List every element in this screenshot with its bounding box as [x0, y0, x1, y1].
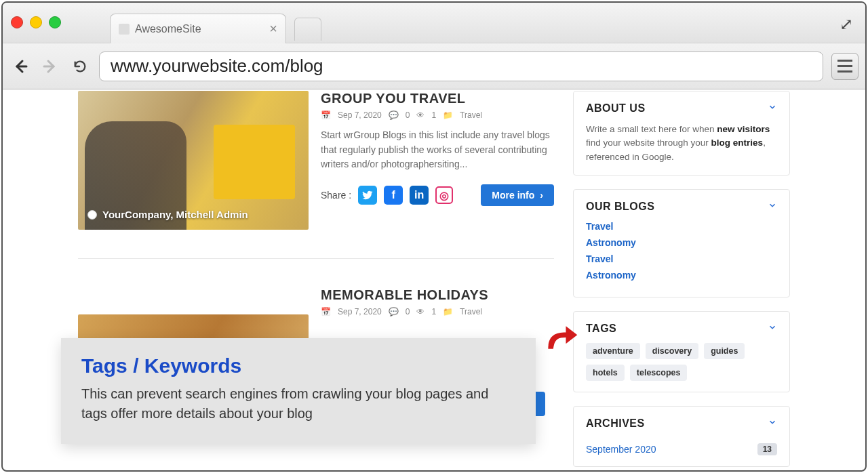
post-title[interactable]: GROUP YOU TRAVEL: [321, 91, 554, 106]
collapse-toggle[interactable]: [768, 417, 777, 430]
tag[interactable]: guides: [704, 343, 745, 359]
archive-count-badge: 13: [757, 443, 777, 455]
more-info-button[interactable]: More info ›: [481, 184, 554, 206]
annotation-arrow-icon: [542, 323, 580, 352]
favicon: [119, 24, 130, 35]
back-button[interactable]: [9, 56, 31, 77]
collapse-toggle[interactable]: [768, 201, 777, 213]
views-icon: 👁: [416, 307, 425, 316]
archive-row: September 2020 13: [586, 438, 777, 455]
archives-widget: ARCHIVES September 2020 13: [573, 406, 790, 467]
close-window-button[interactable]: [11, 16, 23, 28]
browser-tab[interactable]: AwesomeSite ×: [110, 14, 286, 43]
browser-tab-strip: AwesomeSite × ⤢: [3, 3, 865, 43]
twitter-share-button[interactable]: [358, 186, 377, 205]
post-meta: 📅 Sep 7, 2020 💬 0 👁 1 📁 Travel: [321, 110, 554, 120]
browser-frame: AwesomeSite × ⤢ www.yourwebsite.com/blog: [1, 1, 867, 472]
comment-icon: 💬: [389, 307, 399, 316]
blog-sidebar: ABOUT US Write a small text here for whe…: [573, 91, 790, 469]
post-category[interactable]: Travel: [460, 307, 482, 316]
share-row: Share : f in ◎ More info ›: [321, 184, 554, 206]
post-views: 1: [431, 110, 436, 120]
comment-icon: 💬: [389, 110, 399, 120]
blog-link[interactable]: Astronomy: [586, 237, 777, 248]
folder-icon: 📁: [443, 110, 453, 120]
close-tab-button[interactable]: ×: [269, 21, 277, 37]
more-info-label: More info: [492, 190, 534, 201]
chevron-down-icon: [768, 417, 777, 427]
archive-link[interactable]: September 2020: [586, 444, 656, 455]
tag[interactable]: telescopes: [630, 365, 688, 381]
window-controls: [11, 16, 61, 28]
url-text: www.yourwebsite.com/blog: [111, 56, 323, 77]
arrow-right-icon: [42, 58, 58, 75]
about-text: Write a small text here for when new vis…: [586, 123, 777, 164]
post-category[interactable]: Travel: [460, 110, 482, 120]
maximize-window-button[interactable]: [49, 16, 61, 28]
post-cover-image[interactable]: YourCompany, Mitchell Admin: [78, 91, 309, 230]
new-tab-button[interactable]: [294, 18, 321, 41]
reload-button[interactable]: [69, 56, 91, 77]
tag[interactable]: adventure: [586, 343, 640, 359]
callout-title: Tags / Keywords: [81, 354, 515, 377]
browser-menu-button[interactable]: [831, 53, 859, 80]
calendar-icon: 📅: [321, 110, 331, 120]
fullscreen-icon[interactable]: ⤢: [840, 15, 853, 34]
chevron-right-icon: ›: [540, 190, 543, 201]
share-label: Share :: [321, 190, 351, 201]
tags-widget: TAGS adventure discovery guides hotels t…: [573, 311, 790, 392]
more-info-button-peek[interactable]: [534, 392, 545, 416]
tag[interactable]: discovery: [646, 343, 698, 359]
forward-button[interactable]: [39, 56, 61, 77]
post-author-overlay: YourCompany, Mitchell Admin: [87, 209, 248, 220]
post-author-text: YourCompany, Mitchell Admin: [102, 209, 248, 220]
our-blogs-widget: OUR BLOGS Travel Astronomy Travel Astron…: [573, 189, 790, 297]
about-us-widget: ABOUT US Write a small text here for whe…: [573, 91, 790, 176]
post-comments: 0: [406, 307, 410, 316]
tab-title: AwesomeSite: [135, 23, 201, 35]
callout-body: This can prevent search engines from cra…: [81, 384, 515, 424]
blog-link[interactable]: Travel: [586, 253, 777, 264]
chevron-down-icon: [768, 201, 777, 210]
browser-toolbar: www.yourwebsite.com/blog: [3, 43, 865, 89]
views-icon: 👁: [416, 110, 425, 120]
post-meta: 📅 Sep 7, 2020 💬 0 👁 1 📁 Travel: [321, 307, 554, 316]
calendar-icon: 📅: [321, 307, 331, 316]
collapse-toggle[interactable]: [768, 323, 777, 335]
widget-title: ABOUT US: [586, 102, 646, 115]
minimize-window-button[interactable]: [30, 16, 42, 28]
widget-title: OUR BLOGS: [586, 201, 654, 213]
instagram-share-button[interactable]: ◎: [435, 186, 453, 204]
annotation-callout: Tags / Keywords This can prevent search …: [61, 338, 536, 444]
tag[interactable]: hotels: [586, 365, 625, 381]
avatar: [87, 210, 97, 220]
linkedin-share-button[interactable]: in: [410, 186, 429, 205]
twitter-icon: [362, 190, 373, 201]
chevron-down-icon: [768, 102, 777, 112]
post-title[interactable]: MEMORABLE HOLIDAYS: [321, 287, 554, 303]
blog-post: YourCompany, Mitchell Admin GROUP YOU TR…: [78, 91, 554, 259]
post-date: Sep 7, 2020: [338, 110, 382, 120]
blog-link[interactable]: Astronomy: [586, 270, 777, 281]
blog-link[interactable]: Travel: [586, 221, 777, 232]
collapse-toggle[interactable]: [768, 102, 777, 115]
widget-title: TAGS: [586, 323, 616, 335]
chevron-down-icon: [768, 323, 777, 332]
facebook-share-button[interactable]: f: [384, 186, 403, 205]
reload-icon: [73, 59, 87, 74]
post-excerpt: Start wrGroup Blogs in this list include…: [321, 128, 554, 172]
post-views: 1: [431, 307, 436, 316]
widget-title: ARCHIVES: [586, 417, 645, 430]
post-comments: 0: [406, 110, 410, 120]
folder-icon: 📁: [443, 307, 453, 316]
post-date: Sep 7, 2020: [338, 307, 382, 316]
arrow-left-icon: [12, 58, 28, 75]
address-bar[interactable]: www.yourwebsite.com/blog: [99, 52, 823, 81]
